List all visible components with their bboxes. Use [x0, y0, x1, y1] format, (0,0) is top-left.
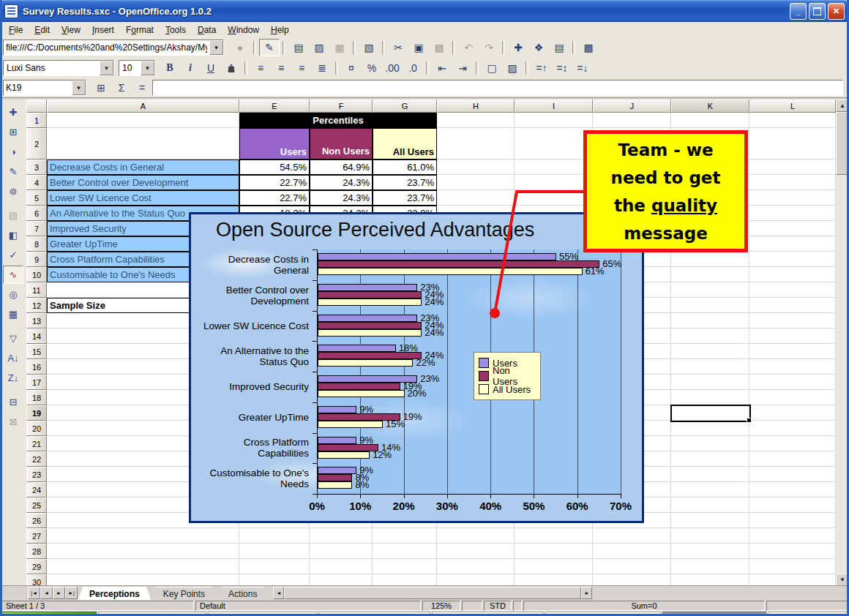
- cell-L4[interactable]: [749, 175, 836, 190]
- save-icon[interactable]: ▦: [329, 39, 350, 56]
- horizontal-scrollbar[interactable]: ◄►: [273, 587, 592, 599]
- row-header-25[interactable]: 25: [26, 497, 47, 513]
- cell-H1[interactable]: [437, 113, 515, 128]
- navigator-icon[interactable]: ✚: [508, 39, 528, 56]
- vertical-scroll-thumb[interactable]: [836, 112, 849, 175]
- row-header-28[interactable]: 28: [26, 544, 47, 559]
- gallery-icon[interactable]: ▩: [578, 39, 599, 56]
- cell-K14[interactable]: [671, 328, 749, 344]
- hyperlink-icon[interactable]: ▤: [549, 39, 569, 56]
- column-header-K[interactable]: K: [671, 99, 749, 113]
- cell-K17[interactable]: [671, 375, 749, 390]
- cell-G3[interactable]: 61.0%: [373, 159, 437, 175]
- status-zoom-level[interactable]: 125%: [422, 601, 460, 611]
- sort-ascending-icon[interactable]: A↓: [3, 349, 23, 367]
- cell-E1[interactable]: Percentiles: [239, 113, 437, 128]
- stylist-icon[interactable]: ❖: [528, 39, 549, 56]
- borders-icon[interactable]: ▢: [482, 59, 502, 77]
- draw-functions-icon[interactable]: ✎: [3, 162, 23, 181]
- cell-J28[interactable]: [593, 544, 671, 559]
- cell-K18[interactable]: [671, 390, 749, 405]
- column-header-G[interactable]: G: [373, 99, 437, 113]
- underline-icon[interactable]: U: [201, 59, 221, 77]
- undo-icon[interactable]: ↶: [458, 39, 479, 56]
- cell-K21[interactable]: [671, 436, 749, 451]
- font-color-icon[interactable]: A: [221, 59, 242, 77]
- decrease-indent-icon[interactable]: ⇤: [432, 59, 452, 77]
- percent-icon[interactable]: %: [362, 59, 382, 77]
- previous-sheet-icon[interactable]: ◄: [40, 587, 53, 599]
- cell-K25[interactable]: [671, 497, 749, 513]
- cell-H3[interactable]: [437, 159, 515, 175]
- status-selection-mode[interactable]: STD: [484, 601, 512, 611]
- menu-window[interactable]: Window: [222, 23, 265, 37]
- cell-G30[interactable]: [373, 574, 437, 586]
- row-header-16[interactable]: 16: [26, 359, 47, 375]
- open-icon[interactable]: ▨: [309, 39, 329, 56]
- row-header-1[interactable]: 1: [26, 113, 47, 128]
- autospellcheck-icon[interactable]: ∿: [3, 266, 23, 284]
- cell-L11[interactable]: [749, 282, 836, 298]
- column-header-H[interactable]: H: [437, 99, 515, 113]
- add-decimal-icon[interactable]: .00: [382, 59, 403, 77]
- cell-L20[interactable]: [749, 421, 836, 436]
- column-header-F[interactable]: F: [310, 99, 373, 113]
- horizontal-scroll-thumb[interactable]: [284, 587, 581, 599]
- cell-L26[interactable]: [749, 513, 836, 528]
- cell-I1[interactable]: [515, 113, 593, 128]
- row-header-4[interactable]: 4: [26, 175, 47, 190]
- cut-icon[interactable]: ✂: [388, 39, 408, 56]
- cell-E30[interactable]: [239, 574, 310, 586]
- row-header-13[interactable]: 13: [26, 313, 47, 328]
- cell-G2[interactable]: All Users: [373, 128, 437, 159]
- row-header-18[interactable]: 18: [26, 390, 47, 405]
- close-button[interactable]: ✕: [828, 3, 845, 20]
- insert-style-icon[interactable]: ◧: [3, 226, 23, 244]
- cell-L30[interactable]: [749, 574, 836, 586]
- cell-G27[interactable]: [373, 528, 437, 544]
- align-center-icon[interactable]: ≡: [271, 59, 291, 77]
- cell-K10[interactable]: [671, 267, 749, 282]
- cell-I4[interactable]: [515, 175, 593, 190]
- row-header-22[interactable]: 22: [26, 451, 47, 467]
- cell-K23[interactable]: [671, 467, 749, 482]
- row-header-14[interactable]: 14: [26, 328, 47, 344]
- row-header-7[interactable]: 7: [26, 221, 47, 236]
- cell-J27[interactable]: [593, 528, 671, 544]
- edit-autoformat-icon[interactable]: ▤: [3, 206, 23, 225]
- cell-L10[interactable]: [749, 267, 836, 282]
- cell-J30[interactable]: [593, 574, 671, 586]
- row-header-3[interactable]: 3: [26, 159, 47, 175]
- cell-L21[interactable]: [749, 436, 836, 451]
- cell-I3[interactable]: [515, 159, 593, 175]
- sum-icon[interactable]: Σ: [111, 79, 132, 97]
- spellcheck-icon[interactable]: ✓: [3, 246, 23, 264]
- cell-L5[interactable]: [749, 190, 836, 206]
- cell-L23[interactable]: [749, 467, 836, 482]
- insert-object-icon[interactable]: ◑: [3, 143, 23, 161]
- row-header-9[interactable]: 9: [26, 252, 47, 267]
- cell-K27[interactable]: [671, 528, 749, 544]
- row-header-12[interactable]: 12: [26, 298, 47, 313]
- new-document-icon[interactable]: ▤: [288, 39, 309, 56]
- column-header-J[interactable]: J: [593, 99, 671, 113]
- h-scroll-right-icon[interactable]: ►: [581, 587, 592, 599]
- last-sheet-icon[interactable]: ►|: [65, 587, 78, 599]
- column-header-I[interactable]: I: [515, 99, 593, 113]
- italic-icon[interactable]: i: [180, 59, 201, 77]
- annotation-callout[interactable]: Team - weneed to getthe qualitymessage: [583, 130, 748, 252]
- cell-I29[interactable]: [515, 559, 593, 574]
- cell-K16[interactable]: [671, 359, 749, 375]
- cell-H28[interactable]: [437, 544, 515, 559]
- align-left-icon[interactable]: ≡: [250, 59, 271, 77]
- cell-K24[interactable]: [671, 482, 749, 497]
- cell-G29[interactable]: [373, 559, 437, 574]
- background-color-icon[interactable]: ▨: [502, 59, 523, 77]
- cell-F29[interactable]: [310, 559, 373, 574]
- row-header-5[interactable]: 5: [26, 190, 47, 206]
- row-header-11[interactable]: 11: [26, 282, 47, 298]
- sheet-tab-perceptions[interactable]: Perceptions: [78, 587, 152, 601]
- cell-F28[interactable]: [310, 544, 373, 559]
- align-right-icon[interactable]: ≡: [291, 59, 312, 77]
- cell-K15[interactable]: [671, 344, 749, 359]
